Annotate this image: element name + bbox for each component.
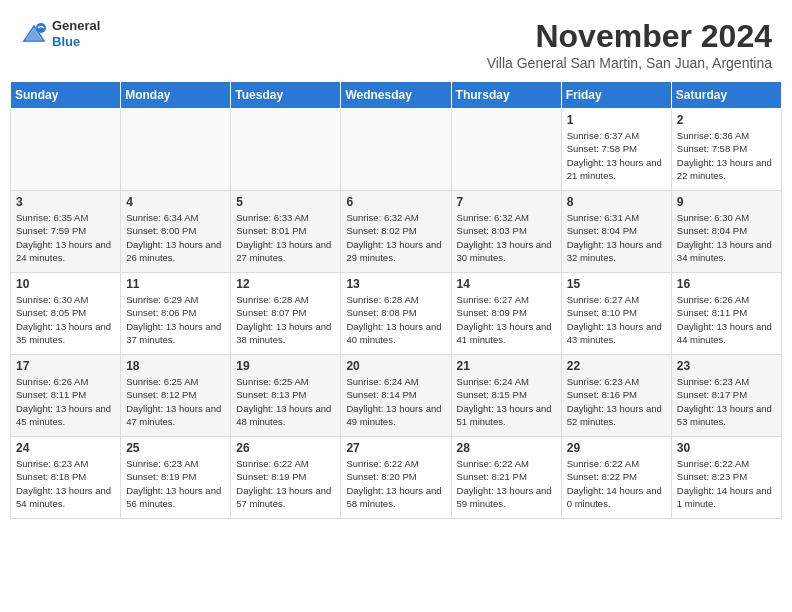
weekday-header-friday: Friday [561,82,671,109]
calendar-body: 1Sunrise: 6:37 AMSunset: 7:58 PMDaylight… [11,109,782,519]
day-info: Sunrise: 6:29 AMSunset: 8:06 PMDaylight:… [126,293,225,346]
day-info: Sunrise: 6:33 AMSunset: 8:01 PMDaylight:… [236,211,335,264]
month-title: November 2024 [487,18,772,55]
calendar-cell [451,109,561,191]
calendar-cell: 30Sunrise: 6:22 AMSunset: 8:23 PMDayligh… [671,437,781,519]
weekday-header-monday: Monday [121,82,231,109]
calendar-cell [121,109,231,191]
day-info: Sunrise: 6:23 AMSunset: 8:18 PMDaylight:… [16,457,115,510]
day-number: 6 [346,195,445,209]
calendar-week-0: 1Sunrise: 6:37 AMSunset: 7:58 PMDaylight… [11,109,782,191]
logo-general: General [52,18,100,34]
day-info: Sunrise: 6:32 AMSunset: 8:02 PMDaylight:… [346,211,445,264]
day-info: Sunrise: 6:22 AMSunset: 8:21 PMDaylight:… [457,457,556,510]
calendar-cell [11,109,121,191]
day-info: Sunrise: 6:34 AMSunset: 8:00 PMDaylight:… [126,211,225,264]
day-number: 28 [457,441,556,455]
day-info: Sunrise: 6:28 AMSunset: 8:08 PMDaylight:… [346,293,445,346]
weekday-header-sunday: Sunday [11,82,121,109]
day-number: 18 [126,359,225,373]
calendar-cell: 28Sunrise: 6:22 AMSunset: 8:21 PMDayligh… [451,437,561,519]
title-section: November 2024 Villa General San Martin, … [487,18,772,71]
day-number: 5 [236,195,335,209]
page-header: General Blue November 2024 Villa General… [10,10,782,75]
calendar-cell: 23Sunrise: 6:23 AMSunset: 8:17 PMDayligh… [671,355,781,437]
day-info: Sunrise: 6:22 AMSunset: 8:20 PMDaylight:… [346,457,445,510]
calendar-header: SundayMondayTuesdayWednesdayThursdayFrid… [11,82,782,109]
calendar-cell: 14Sunrise: 6:27 AMSunset: 8:09 PMDayligh… [451,273,561,355]
day-number: 27 [346,441,445,455]
calendar-cell: 25Sunrise: 6:23 AMSunset: 8:19 PMDayligh… [121,437,231,519]
weekday-header-thursday: Thursday [451,82,561,109]
day-info: Sunrise: 6:36 AMSunset: 7:58 PMDaylight:… [677,129,776,182]
calendar-cell: 12Sunrise: 6:28 AMSunset: 8:07 PMDayligh… [231,273,341,355]
day-info: Sunrise: 6:24 AMSunset: 8:14 PMDaylight:… [346,375,445,428]
day-number: 4 [126,195,225,209]
day-info: Sunrise: 6:27 AMSunset: 8:10 PMDaylight:… [567,293,666,346]
day-number: 17 [16,359,115,373]
day-number: 10 [16,277,115,291]
day-number: 23 [677,359,776,373]
logo-text: General Blue [52,18,100,49]
calendar-cell: 20Sunrise: 6:24 AMSunset: 8:14 PMDayligh… [341,355,451,437]
day-number: 12 [236,277,335,291]
day-number: 15 [567,277,666,291]
calendar-cell: 13Sunrise: 6:28 AMSunset: 8:08 PMDayligh… [341,273,451,355]
location: Villa General San Martin, San Juan, Arge… [487,55,772,71]
calendar-cell: 22Sunrise: 6:23 AMSunset: 8:16 PMDayligh… [561,355,671,437]
day-number: 21 [457,359,556,373]
calendar-cell: 16Sunrise: 6:26 AMSunset: 8:11 PMDayligh… [671,273,781,355]
day-info: Sunrise: 6:23 AMSunset: 8:19 PMDaylight:… [126,457,225,510]
logo-icon [20,20,48,48]
day-info: Sunrise: 6:26 AMSunset: 8:11 PMDaylight:… [677,293,776,346]
day-info: Sunrise: 6:37 AMSunset: 7:58 PMDaylight:… [567,129,666,182]
day-number: 19 [236,359,335,373]
day-info: Sunrise: 6:24 AMSunset: 8:15 PMDaylight:… [457,375,556,428]
calendar-cell: 7Sunrise: 6:32 AMSunset: 8:03 PMDaylight… [451,191,561,273]
calendar-cell: 24Sunrise: 6:23 AMSunset: 8:18 PMDayligh… [11,437,121,519]
svg-point-3 [36,23,46,33]
day-info: Sunrise: 6:31 AMSunset: 8:04 PMDaylight:… [567,211,666,264]
day-number: 8 [567,195,666,209]
weekday-row: SundayMondayTuesdayWednesdayThursdayFrid… [11,82,782,109]
weekday-header-tuesday: Tuesday [231,82,341,109]
calendar-cell: 6Sunrise: 6:32 AMSunset: 8:02 PMDaylight… [341,191,451,273]
calendar-cell: 4Sunrise: 6:34 AMSunset: 8:00 PMDaylight… [121,191,231,273]
day-number: 30 [677,441,776,455]
weekday-header-wednesday: Wednesday [341,82,451,109]
calendar-table: SundayMondayTuesdayWednesdayThursdayFrid… [10,81,782,519]
day-number: 9 [677,195,776,209]
calendar-cell [231,109,341,191]
day-info: Sunrise: 6:28 AMSunset: 8:07 PMDaylight:… [236,293,335,346]
calendar-cell: 17Sunrise: 6:26 AMSunset: 8:11 PMDayligh… [11,355,121,437]
calendar-week-1: 3Sunrise: 6:35 AMSunset: 7:59 PMDaylight… [11,191,782,273]
day-number: 7 [457,195,556,209]
logo: General Blue [20,18,100,49]
day-info: Sunrise: 6:23 AMSunset: 8:16 PMDaylight:… [567,375,666,428]
calendar-cell: 9Sunrise: 6:30 AMSunset: 8:04 PMDaylight… [671,191,781,273]
day-number: 14 [457,277,556,291]
calendar-cell: 26Sunrise: 6:22 AMSunset: 8:19 PMDayligh… [231,437,341,519]
weekday-header-saturday: Saturday [671,82,781,109]
day-info: Sunrise: 6:27 AMSunset: 8:09 PMDaylight:… [457,293,556,346]
day-number: 11 [126,277,225,291]
day-info: Sunrise: 6:30 AMSunset: 8:05 PMDaylight:… [16,293,115,346]
calendar-cell: 21Sunrise: 6:24 AMSunset: 8:15 PMDayligh… [451,355,561,437]
calendar-cell: 5Sunrise: 6:33 AMSunset: 8:01 PMDaylight… [231,191,341,273]
day-info: Sunrise: 6:35 AMSunset: 7:59 PMDaylight:… [16,211,115,264]
day-info: Sunrise: 6:26 AMSunset: 8:11 PMDaylight:… [16,375,115,428]
logo-blue: Blue [52,34,100,50]
calendar-week-4: 24Sunrise: 6:23 AMSunset: 8:18 PMDayligh… [11,437,782,519]
calendar-week-2: 10Sunrise: 6:30 AMSunset: 8:05 PMDayligh… [11,273,782,355]
calendar-cell: 18Sunrise: 6:25 AMSunset: 8:12 PMDayligh… [121,355,231,437]
calendar-cell: 19Sunrise: 6:25 AMSunset: 8:13 PMDayligh… [231,355,341,437]
day-number: 3 [16,195,115,209]
day-number: 25 [126,441,225,455]
day-number: 2 [677,113,776,127]
calendar-cell: 27Sunrise: 6:22 AMSunset: 8:20 PMDayligh… [341,437,451,519]
day-number: 24 [16,441,115,455]
day-info: Sunrise: 6:22 AMSunset: 8:23 PMDaylight:… [677,457,776,510]
day-info: Sunrise: 6:22 AMSunset: 8:19 PMDaylight:… [236,457,335,510]
day-info: Sunrise: 6:32 AMSunset: 8:03 PMDaylight:… [457,211,556,264]
calendar-week-3: 17Sunrise: 6:26 AMSunset: 8:11 PMDayligh… [11,355,782,437]
